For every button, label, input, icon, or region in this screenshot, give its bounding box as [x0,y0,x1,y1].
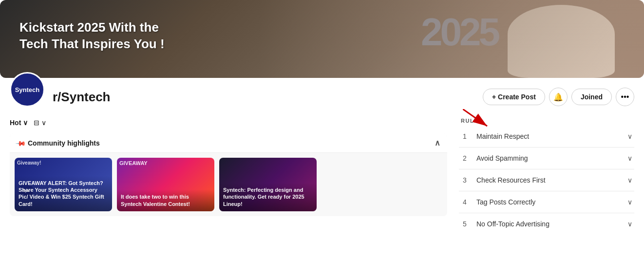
banner-text: Kickstart 2025 With the Tech That Inspir… [19,19,165,53]
rule-item-3[interactable]: 3 Check Resources First ∨ [459,169,634,191]
rule-label-4: Tag Posts Correctly [476,198,535,206]
cards-row: Giveaway! Syn GIVEAWAY ALERT: Got Syntec… [10,153,447,216]
rule-5-chevron-icon: ∨ [627,220,632,228]
header-actions: + Create Post 🔔 Joined ••• [483,88,634,106]
svg-line-1 [463,109,487,126]
rule-label-3: Check Resources First [476,176,546,184]
create-post-label: + Create Post [492,93,536,101]
create-post-button[interactable]: + Create Post [483,89,545,105]
rule-number-5: 5 [461,220,469,228]
highlights-header: 📌 Community highlights ∧ [10,133,447,153]
ellipsis-icon: ••• [621,92,629,101]
rule-item-4[interactable]: 4 Tag Posts Correctly ∨ [459,191,634,213]
pin-icon: 📌 [15,137,26,148]
more-options-button[interactable]: ••• [616,88,634,106]
rule-item-2[interactable]: 2 Avoid Spamming ∨ [459,148,634,169]
left-panel: Hot ∨ ⊟ ∨ 📌 Community highlights ∧ Givea… [10,116,447,235]
arrow-indicator [463,109,492,129]
main-layout: Hot ∨ ⊟ ∨ 📌 Community highlights ∧ Givea… [0,116,644,235]
highlight-card-1[interactable]: Giveaway! Syn GIVEAWAY ALERT: Got Syntec… [15,158,112,211]
subreddit-name: r/Syntech [53,90,111,105]
rule-1-chevron-icon: ∨ [627,132,632,140]
rule-number-4: 4 [461,198,469,206]
highlights-title: Community highlights [28,139,100,147]
bell-icon: 🔔 [553,92,563,102]
rule-3-chevron-icon: ∨ [627,176,632,184]
rule-4-chevron-icon: ∨ [627,198,632,206]
rule-item-1[interactable]: 1 Maintain Respect ∨ [459,126,634,148]
rule-label-2: Avoid Spamming [476,154,528,162]
sort-button[interactable]: Hot ∨ [10,119,28,127]
rule-number-2: 2 [461,154,469,162]
sort-chevron-icon: ∨ [23,119,28,127]
right-panel: RULES 1 Maintain Respect ∨ 2 Avoid Spamm… [459,116,634,235]
sort-label: Hot [10,119,21,127]
profile-area: Syntech r/Syntech + Create Post 🔔 Joined… [0,78,644,112]
layout-button[interactable]: ⊟ ∨ [34,119,46,127]
card-3-text: Syntech: Perfecting design and functiona… [219,183,317,211]
community-highlights: 📌 Community highlights ∧ Giveaway! Syn G… [10,133,447,216]
layout-chevron-icon: ∨ [41,119,46,127]
avatar: Syntech [10,72,45,107]
highlight-card-3[interactable]: Syntech: Perfecting design and functiona… [219,158,317,211]
card-2-badge: GIVEAWAY [119,160,148,166]
highlight-card-2[interactable]: GIVEAWAY It does take two to win this Sy… [117,158,214,211]
rule-2-chevron-icon: ∨ [627,154,632,162]
banner-figure-deco [508,5,615,78]
rule-number-1: 1 [461,132,469,140]
rules-section: RULES 1 Maintain Respect ∨ 2 Avoid Spamm… [459,118,634,235]
card-1-text: GIVEAWAY ALERT: Got Syntech? Share Your … [15,176,112,211]
toolbar: Hot ∨ ⊟ ∨ [10,116,447,130]
card-1-badge: Giveaway! [17,160,41,166]
rule-item-5[interactable]: 5 No Off-Topic Advertising ∨ [459,213,634,235]
rule-label-1: Maintain Respect [476,132,529,140]
rule-number-3: 3 [461,176,469,184]
layout-icon: ⊟ [34,119,39,127]
banner: Kickstart 2025 With the Tech That Inspir… [0,0,644,78]
highlights-collapse-button[interactable]: ∧ [435,138,440,148]
joined-button[interactable]: Joined [571,89,612,105]
joined-label: Joined [581,93,603,101]
card-2-text: It does take two to win this Syntech Val… [117,189,214,211]
rule-label-5: No Off-Topic Advertising [476,220,549,228]
notifications-button[interactable]: 🔔 [549,88,568,106]
